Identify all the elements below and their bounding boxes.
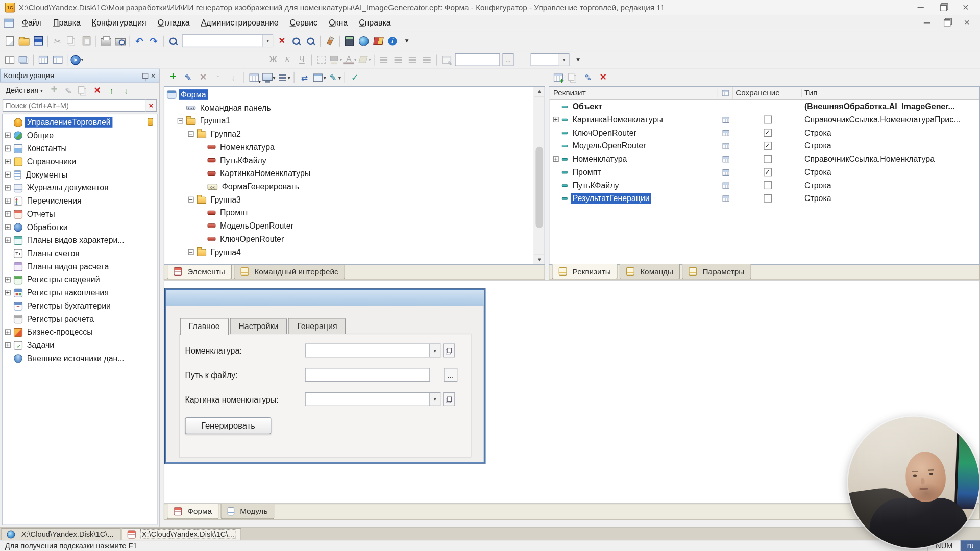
expand-icon[interactable] (5, 172, 11, 178)
dropdown-arrow-icon[interactable]: ▾ (339, 57, 342, 62)
save-checkbox[interactable] (764, 194, 772, 203)
field-input[interactable] (305, 392, 430, 406)
search-combo[interactable]: ▾ (182, 34, 273, 47)
dropdown-arrow-icon[interactable]: ▾ (369, 57, 371, 62)
collapse-icon[interactable] (188, 197, 194, 203)
tab-list-tab-0[interactable]: Реквизиты (552, 264, 618, 279)
config-tree-item[interactable]: Регистры расчета (5, 312, 157, 325)
expand-icon[interactable] (553, 117, 559, 122)
tab-list-tab-1[interactable]: Команды (620, 264, 680, 279)
config-tree-item[interactable]: Планы видов характери... (5, 234, 157, 247)
collapse-icon[interactable] (178, 118, 183, 123)
attribute-row[interactable]: Объект (ВнешняяОбработка.AI_ImageGener..… (549, 100, 979, 113)
combo-dropdown-icon[interactable]: ▾ (559, 54, 569, 65)
actions-button[interactable]: Действия ▾ (3, 85, 46, 96)
tab-list-tab-2[interactable]: Параметры (682, 264, 751, 279)
attribute-row[interactable]: РезультатГенерации Строка (549, 192, 979, 205)
attribute-row[interactable]: КлючOpenRouter Строка (549, 126, 979, 139)
run-icon[interactable]: ▾ (70, 53, 84, 66)
dropdown-button[interactable]: ▾ (430, 343, 440, 357)
tab-module-tab-1[interactable]: Модуль (220, 504, 275, 519)
config-tree-item[interactable]: Регистры накопления (5, 286, 157, 299)
config-tree-item[interactable]: Общие (5, 129, 157, 142)
delete-icon[interactable] (90, 84, 104, 97)
tab-elements-0[interactable]: Элементы (167, 264, 232, 279)
find-next-icon[interactable] (289, 34, 303, 48)
attribute-row[interactable]: Номенклатура СправочникСсылка.Номенклату… (549, 153, 979, 166)
window-tab-1[interactable]: X:\Cloud\Yandex.Disk\1C\... (122, 528, 241, 540)
column-grid-icon[interactable] (718, 87, 733, 99)
close-icon[interactable] (956, 1, 975, 13)
mdi-minimize-icon[interactable] (918, 16, 937, 29)
format-painter-icon[interactable] (323, 34, 337, 48)
menu-item-2[interactable]: Конфигурация (86, 15, 152, 31)
layers-icon[interactable] (17, 53, 31, 66)
menu-item-6[interactable]: Окна (323, 15, 353, 31)
delete-icon[interactable] (596, 70, 610, 84)
config-tree-item[interactable]: Задачи (5, 339, 157, 352)
config-tree-item[interactable]: Планы счетов (5, 247, 157, 260)
preview-form-icon[interactable]: ▾ (312, 70, 326, 84)
attribute-row[interactable]: КартинкаНоменклатуры СправочникСсылка.Но… (549, 113, 979, 127)
config-tree-item[interactable]: Отчеты (5, 208, 157, 221)
preview-tab-2[interactable]: Генерация (288, 318, 346, 334)
dropdown-arrow-icon[interactable]: ▾ (81, 57, 84, 62)
scrollbar-thumb[interactable] (535, 147, 543, 228)
column-type[interactable]: Тип (802, 89, 979, 97)
column-name[interactable]: Реквизит (549, 89, 718, 97)
mdi-close-icon[interactable] (958, 16, 976, 29)
menu-item-0[interactable]: Файл (16, 15, 47, 31)
info-icon[interactable] (386, 34, 400, 48)
generate-button[interactable]: Генерировать (185, 417, 271, 434)
form-tree-item[interactable]: Промпт (167, 206, 545, 219)
config-tree-item[interactable]: Планы видов расчета (5, 260, 157, 273)
expand-icon[interactable] (5, 329, 11, 335)
tab-order-icon[interactable] (298, 70, 311, 84)
preview-tab-0[interactable]: Главное (180, 318, 229, 335)
form-tree-item[interactable]: МодельOpenRouter (167, 219, 545, 233)
menu-item-5[interactable]: Сервис (284, 15, 324, 31)
menu-item-1[interactable]: Правка (47, 15, 86, 31)
expand-icon[interactable] (5, 198, 11, 204)
globe-icon[interactable] (357, 34, 371, 48)
calculator-icon[interactable] (342, 34, 356, 48)
open-file-icon[interactable] (17, 34, 31, 48)
field-input[interactable] (305, 368, 430, 382)
mdi-child-icon[interactable] (4, 19, 14, 28)
move-down-icon[interactable] (119, 84, 133, 97)
attribute-row[interactable]: МодельOpenRouter Строка (549, 139, 979, 153)
form-tree-item[interactable]: Группа3 (167, 193, 545, 206)
expand-icon[interactable] (5, 211, 11, 217)
dropdown-arrow-icon[interactable]: ▾ (288, 74, 290, 80)
menu-item-4[interactable]: Администрирование (195, 15, 284, 31)
new-file-icon[interactable] (3, 34, 16, 48)
expand-icon[interactable] (5, 342, 11, 348)
minimize-icon[interactable] (911, 1, 930, 13)
more-button[interactable]: ... (502, 53, 513, 66)
save-icon[interactable] (31, 34, 45, 48)
collapse-icon[interactable] (188, 249, 194, 255)
print-preview-icon[interactable] (113, 34, 127, 48)
dropdown-arrow-icon[interactable]: ▾ (338, 74, 341, 80)
toolbar-overflow-icon[interactable] (571, 53, 585, 66)
clear-search-icon[interactable]: × (145, 99, 157, 112)
open-button[interactable] (443, 392, 455, 406)
undo-icon[interactable] (133, 34, 146, 48)
maximize-icon[interactable] (934, 1, 952, 13)
config-tree-item[interactable]: Журналы документов (5, 181, 157, 194)
table-settings-icon[interactable] (247, 70, 261, 84)
expand-icon[interactable] (553, 156, 559, 162)
dropdown-arrow-icon[interactable]: ▾ (354, 57, 357, 62)
open-button[interactable] (443, 343, 455, 357)
save-checkbox[interactable] (764, 116, 772, 124)
dropdown-button[interactable]: ▾ (430, 392, 440, 406)
expand-icon[interactable] (5, 237, 11, 243)
config-tree-item[interactable]: Регистры бухгалтерии (5, 299, 157, 313)
edit-icon[interactable] (181, 70, 195, 84)
print-icon[interactable] (99, 34, 112, 48)
expand-icon[interactable] (5, 185, 11, 190)
save-checkbox[interactable] (764, 155, 772, 163)
redo-icon[interactable] (147, 34, 161, 48)
form-tree-item[interactable]: Группа4 (167, 245, 545, 259)
add-icon[interactable] (166, 70, 180, 84)
